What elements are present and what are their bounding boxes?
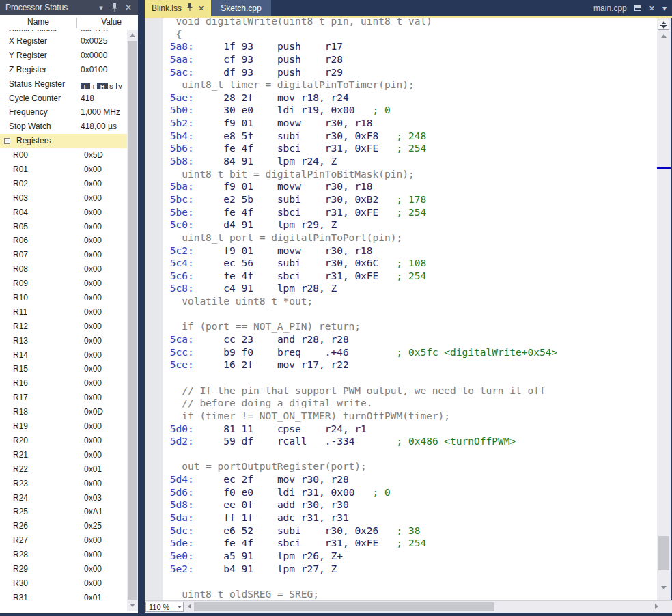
code-line[interactable]: 5c4: ec 56 subi r30, 0x6C ; 108 [164, 257, 657, 270]
editor-vertical-scrollbar[interactable] [657, 18, 671, 600]
code-line[interactable]: 5ce: 16 2f mov r17, r22 [164, 359, 657, 372]
code-editor[interactable]: void digitalWrite(uint8_t pin, uint8_t v… [163, 18, 657, 600]
register-row[interactable]: R050x00 [0, 220, 127, 234]
register-row[interactable]: R090x00 [0, 277, 127, 291]
register-row[interactable]: R150x00 [0, 362, 127, 376]
code-line[interactable]: if (timer != NOT_ON_TIMER) turnOffPWM(ti… [164, 410, 657, 423]
register-row[interactable]: R230x00 [0, 477, 127, 491]
register-row[interactable]: R170x00 [0, 391, 127, 405]
registers-group-row[interactable]: −Registers [0, 134, 127, 148]
code-line[interactable]: 5be: fe 4f sbci r31, 0xFE ; 254 [164, 206, 657, 219]
horizontal-scrollbar-thumb[interactable] [194, 602, 494, 611]
code-line[interactable]: void digitalWrite(uint8_t pin, uint8_t v… [164, 18, 657, 28]
scroll-down-arrow-icon[interactable] [661, 586, 667, 589]
processor-row[interactable]: Stop Watch418,00 µs [0, 120, 127, 134]
editor-zoom-select[interactable]: 110 % [145, 602, 184, 612]
editor-scrollbar-thumb[interactable] [658, 536, 669, 570]
code-line[interactable]: 5c8: c4 91 lpm r28, Z [164, 282, 657, 295]
register-row[interactable]: R200x00 [0, 434, 127, 448]
code-line[interactable]: out = portOutputRegister(port); [164, 460, 657, 473]
code-line[interactable]: 5d4: ec 2f mov r30, r28 [164, 473, 657, 486]
status-flag-s[interactable]: S [107, 83, 115, 89]
code-line[interactable]: 5ba: f9 01 movw r30, r18 [164, 180, 657, 193]
register-row[interactable]: R280x00 [0, 548, 127, 562]
scroll-up-arrow-icon[interactable] [661, 34, 667, 38]
processor-row[interactable]: Status RegisterITHSV [0, 77, 127, 92]
register-row[interactable]: R220x01 [0, 462, 127, 477]
register-row[interactable]: R040x00 [0, 206, 127, 220]
code-line[interactable]: 5d0: 81 11 cpse r24, r1 [164, 423, 657, 436]
status-flag-i[interactable]: I [81, 83, 89, 89]
scroll-right-arrow-icon[interactable] [655, 604, 658, 609]
register-row[interactable]: R290x00 [0, 562, 127, 576]
code-line[interactable]: 5b0: 30 e0 ldi r19, 0x00 ; 0 [164, 104, 657, 117]
code-line[interactable]: 5aa: cf 93 push r28 [164, 53, 657, 66]
tab-sketch-cpp[interactable]: Sketch.cpp [211, 0, 270, 16]
register-row[interactable]: R140x00 [0, 348, 127, 363]
code-line[interactable]: 5bc: e2 5b subi r30, 0xB2 ; 178 [164, 193, 657, 206]
code-line[interactable]: 5de: fe 4f sbci r31, 0xFE ; 254 [164, 537, 657, 550]
code-line[interactable]: uint8_t port = digitalPinToPort(pin); [164, 232, 657, 244]
register-row[interactable]: R120x00 [0, 320, 127, 334]
code-line[interactable]: 5a8: 1f 93 push r17 [164, 40, 657, 53]
register-row[interactable]: R270x00 [0, 533, 127, 548]
code-line[interactable] [164, 308, 657, 321]
code-line[interactable] [164, 372, 657, 384]
column-header-value[interactable]: Value [101, 17, 122, 27]
register-row[interactable]: R000x5D [0, 148, 127, 163]
status-flag-h[interactable]: H [98, 83, 107, 89]
breakpoint-margin[interactable] [145, 18, 163, 600]
register-row[interactable]: R160x00 [0, 376, 127, 391]
code-line[interactable]: 5d6: f0 e0 ldi r31, 0x00 ; 0 [164, 486, 657, 499]
pin-icon[interactable] [186, 3, 193, 14]
scroll-down-arrow-icon[interactable] [130, 604, 135, 607]
register-row[interactable]: R190x00 [0, 419, 127, 434]
panel-vertical-scrollbar[interactable] [127, 30, 138, 611]
scroll-left-arrow-icon[interactable] [188, 604, 191, 609]
code-line[interactable]: 5e0: a5 91 lpm r26, Z+ [164, 550, 657, 563]
code-line[interactable]: 5c0: d4 91 lpm r29, Z [164, 219, 657, 232]
chevron-down-icon[interactable]: ▾ [662, 3, 667, 13]
register-row[interactable]: R250xA1 [0, 505, 127, 519]
code-line[interactable]: uint8_t timer = digitalPinToTimer(pin); [164, 79, 657, 92]
code-line[interactable]: { [164, 28, 657, 41]
code-line[interactable]: uint8_t oldSREG = SREG; [164, 588, 657, 600]
column-header-name[interactable]: Name [27, 17, 49, 27]
code-line[interactable]: 5e2: b4 91 lpm r27, Z [164, 563, 657, 576]
code-line[interactable]: 5da: ff 1f adc r31, r31 [164, 512, 657, 524]
register-row[interactable]: R300x00 [0, 576, 127, 591]
code-line[interactable] [164, 448, 657, 461]
code-line[interactable]: 5c6: fe 4f sbci r31, 0xFE ; 254 [164, 270, 657, 283]
register-row[interactable]: R240x03 [0, 491, 127, 505]
register-row[interactable]: R310x01 [0, 591, 127, 605]
code-line[interactable]: 5cc: b9 f0 breq .+46 ; 0x5fc <digitalWri… [164, 346, 657, 359]
processor-row[interactable]: Z Register0x0100 [0, 63, 127, 77]
code-line[interactable]: uint8_t bit = digitalPinToBitMask(pin); [164, 168, 657, 181]
register-row[interactable]: R260x25 [0, 519, 127, 533]
float-window-icon[interactable] [634, 5, 641, 11]
code-line[interactable]: 5ac: df 93 push r29 [164, 66, 657, 79]
code-line[interactable]: 5b2: f9 01 movw r30, r18 [164, 117, 657, 130]
code-line[interactable]: 5d2: 59 df rcall .-334 ; 0x486 <turnOffP… [164, 435, 657, 448]
code-line[interactable]: volatile uint8_t *out; [164, 295, 657, 308]
code-line[interactable]: 5b6: fe 4f sbci r31, 0xFE ; 254 [164, 142, 657, 155]
collapse-expander-icon[interactable]: − [4, 138, 10, 144]
register-row[interactable]: R020x00 [0, 177, 127, 191]
code-line[interactable]: 5ca: cc 23 and r28, r28 [164, 333, 657, 346]
register-row[interactable]: R030x00 [0, 191, 127, 206]
code-line[interactable]: 5c2: f9 01 movw r30, r18 [164, 244, 657, 257]
register-row[interactable]: R070x00 [0, 248, 127, 262]
split-window-handle[interactable] [658, 20, 669, 30]
column-separator[interactable] [126, 18, 126, 28]
code-line[interactable]: 5ae: 28 2f mov r18, r24 [164, 92, 657, 104]
column-separator[interactable] [76, 18, 77, 28]
register-row[interactable]: R180x0D [0, 405, 127, 419]
register-row[interactable]: R130x00 [0, 334, 127, 348]
code-line[interactable]: 5dc: e6 52 subi r30, 0x26 ; 38 [164, 524, 657, 537]
status-flag-t[interactable]: T [89, 83, 98, 89]
processor-row[interactable]: Y Register0x0000 [0, 48, 127, 63]
close-icon[interactable]: ✕ [123, 0, 134, 15]
chevron-down-icon[interactable]: ▾ [96, 0, 107, 15]
status-flag-v[interactable]: V [116, 83, 123, 89]
code-line[interactable]: 5d8: ee 0f add r30, r30 [164, 499, 657, 512]
